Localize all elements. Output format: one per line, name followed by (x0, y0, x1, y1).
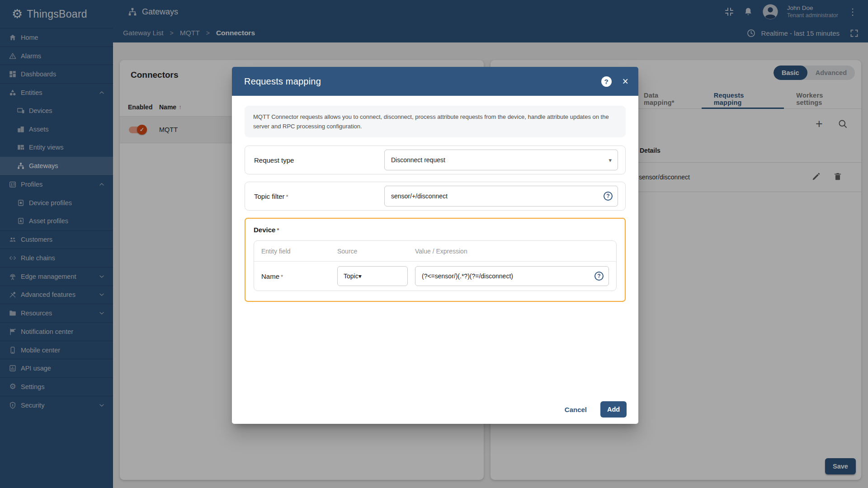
request-type-row: Request type Disconnect request ▾ (245, 145, 626, 174)
device-table-header: Entity field Source Value / Expression (254, 241, 616, 262)
expression-input[interactable]: (?<=sensor/)(.*?)(?=/disconnect) ? (415, 266, 609, 286)
close-icon[interactable]: × (623, 76, 628, 87)
topic-filter-help-icon[interactable]: ? (604, 192, 613, 201)
source-select[interactable]: Topic ▾ (337, 266, 408, 286)
help-icon[interactable]: ? (601, 76, 612, 87)
add-button[interactable]: Add (600, 401, 627, 418)
device-mapping-table: Entity field Source Value / Expression N… (254, 240, 617, 291)
device-name-row: Name* Topic ▾ (?<=sensor/)(.*?)(?=/disco… (254, 262, 616, 291)
column-source: Source (337, 248, 415, 255)
device-section-label: Device* (254, 226, 617, 234)
request-type-label: Request type (252, 156, 384, 164)
column-value-expression: Value / Expression (415, 248, 609, 255)
column-entity-field: Entity field (261, 248, 337, 255)
dialog-description: MQTT Connector requests allows you to co… (245, 106, 626, 137)
entity-field-name-label: Name* (261, 272, 337, 280)
topic-filter-row: Topic filter* sensor/+/disconnect ? (245, 182, 626, 211)
dropdown-caret-icon: ▾ (609, 157, 612, 164)
dialog-header: Requests mapping ? × (232, 67, 638, 96)
expression-help-icon[interactable]: ? (594, 272, 604, 281)
request-type-select[interactable]: Disconnect request ▾ (384, 150, 618, 170)
topic-filter-input[interactable]: sensor/+/disconnect ? (384, 186, 618, 206)
thingsboard-app: ⚙ ThingsBoard HomeAlarmsDashboardsEntiti… (0, 0, 868, 488)
device-section: Device* Entity field Source Value / Expr… (245, 218, 626, 302)
requests-mapping-dialog: Requests mapping ? × MQTT Connector requ… (232, 67, 638, 424)
topic-filter-label: Topic filter* (252, 192, 384, 200)
dropdown-caret-icon: ▾ (359, 272, 362, 280)
dialog-title: Requests mapping (244, 76, 321, 87)
cancel-button[interactable]: Cancel (565, 406, 587, 413)
